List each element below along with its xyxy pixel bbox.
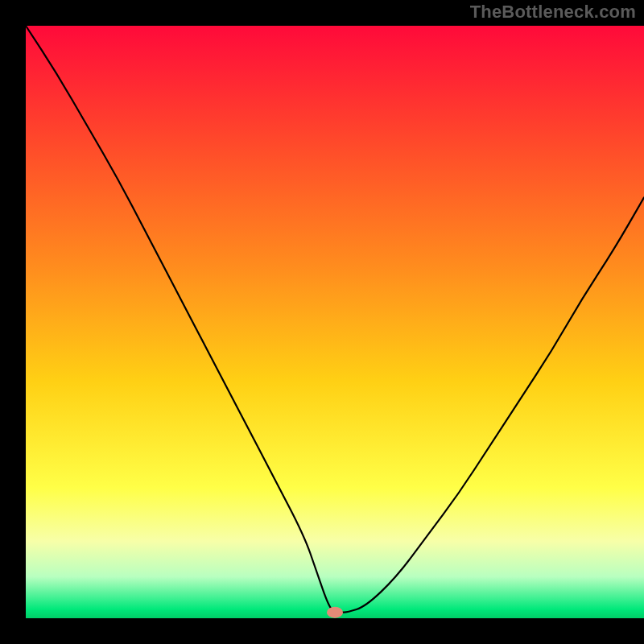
plot-area xyxy=(26,26,644,618)
bottleneck-chart: TheBottleneck.com xyxy=(0,0,644,644)
optimal-marker xyxy=(327,607,343,618)
chart-svg xyxy=(0,0,644,644)
